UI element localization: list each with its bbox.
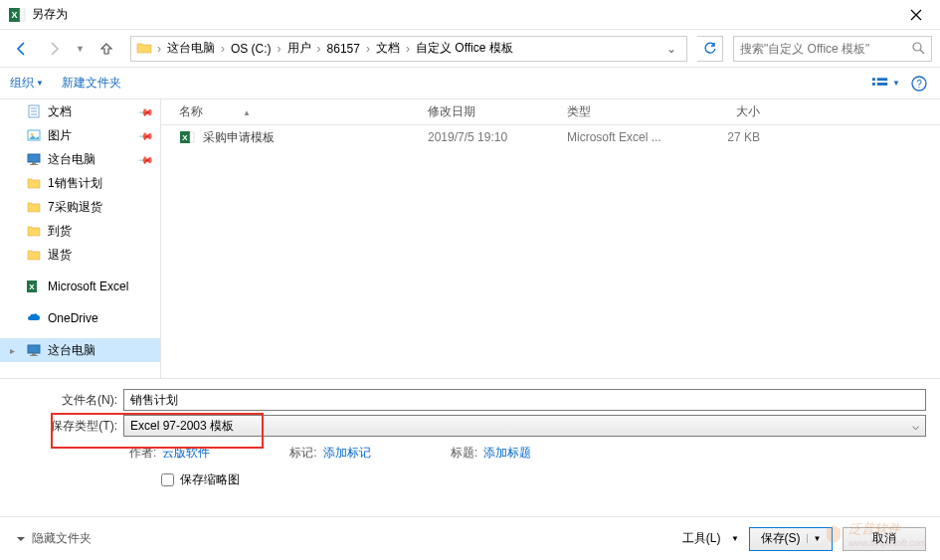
chevron-down-icon: ▼ bbox=[807, 534, 822, 543]
file-type: Microsoft Excel ... bbox=[559, 130, 688, 144]
up-button[interactable] bbox=[93, 35, 120, 63]
column-name[interactable]: 名称▲ bbox=[161, 103, 420, 120]
folder-icon bbox=[26, 175, 42, 191]
file-list: 名称▲ 修改日期 类型 大小 X采购申请模板2019/7/5 19:10Micr… bbox=[161, 99, 940, 378]
breadcrumb-item[interactable]: 文档 bbox=[372, 40, 404, 57]
collapse-icon bbox=[14, 532, 28, 546]
sidebar-item-label: 文档 bbox=[48, 103, 72, 120]
search-box[interactable] bbox=[733, 36, 932, 62]
column-type[interactable]: 类型 bbox=[559, 103, 688, 120]
pin-icon: 📌 bbox=[138, 127, 154, 143]
svg-rect-9 bbox=[877, 78, 887, 81]
savetype-label: 保存类型(T): bbox=[14, 418, 123, 435]
excel-icon: X bbox=[26, 279, 42, 294]
breadcrumb-item[interactable]: 86157 bbox=[323, 42, 364, 56]
filename-label: 文件名(N): bbox=[14, 392, 123, 409]
thumbnail-checkbox[interactable] bbox=[161, 473, 174, 486]
chevron-down-icon: ⌵ bbox=[912, 419, 919, 433]
search-icon bbox=[912, 42, 925, 55]
new-folder-button[interactable]: 新建文件夹 bbox=[62, 75, 121, 92]
sidebar-item[interactable]: 文档📌 bbox=[0, 99, 160, 123]
sidebar-item[interactable]: 退货 bbox=[0, 243, 160, 267]
address-bar[interactable]: › 这台电脑› OS (C:)› 用户› 86157› 文档› 自定义 Offi… bbox=[130, 36, 687, 62]
title-label: 标题: bbox=[451, 445, 477, 462]
pc-icon bbox=[26, 151, 42, 167]
sidebar-item[interactable]: 7采购退货 bbox=[0, 195, 160, 219]
chevron-down-icon: ▼ bbox=[36, 79, 44, 88]
svg-rect-27 bbox=[30, 355, 38, 356]
sidebar-item[interactable]: 到货 bbox=[0, 219, 160, 243]
onedrive-icon bbox=[26, 310, 42, 326]
svg-text:?: ? bbox=[916, 79, 922, 90]
sidebar-item-label: 这台电脑 bbox=[48, 151, 95, 168]
savetype-select[interactable]: Excel 97-2003 模板 ⌵ bbox=[123, 415, 926, 437]
organize-button[interactable]: 组织▼ bbox=[10, 75, 44, 92]
thumbnail-label: 保存缩略图 bbox=[180, 471, 240, 488]
history-dropdown-icon[interactable]: ▼ bbox=[72, 44, 89, 54]
breadcrumb-item[interactable]: 用户 bbox=[283, 40, 315, 57]
file-date: 2019/7/5 19:10 bbox=[420, 130, 559, 144]
sidebar-item[interactable]: ▸这台电脑 bbox=[0, 338, 160, 362]
svg-point-6 bbox=[913, 43, 921, 51]
breadcrumb-item[interactable]: 这台电脑 bbox=[163, 40, 219, 57]
save-button[interactable]: 保存(S)▼ bbox=[749, 527, 833, 551]
svg-rect-11 bbox=[877, 83, 887, 86]
sidebar-item-label: 退货 bbox=[48, 247, 72, 264]
file-size: 27 KB bbox=[688, 130, 768, 144]
folder-icon bbox=[26, 247, 42, 263]
back-button[interactable] bbox=[8, 35, 36, 63]
breadcrumb-sep: › bbox=[155, 42, 163, 56]
tags-value[interactable]: 添加标记 bbox=[323, 445, 371, 462]
sidebar-item[interactable]: XMicrosoft Excel bbox=[0, 275, 160, 298]
pin-icon: 📌 bbox=[138, 151, 154, 167]
file-row[interactable]: X采购申请模板2019/7/5 19:10Microsoft Excel ...… bbox=[161, 125, 940, 149]
svg-text:X: X bbox=[11, 10, 17, 20]
pin-icon: 📌 bbox=[138, 103, 154, 119]
tags-label: 标记: bbox=[289, 445, 316, 462]
folder-icon bbox=[26, 223, 42, 239]
view-mode-button[interactable]: ▼ bbox=[872, 73, 900, 94]
author-label: 作者: bbox=[129, 445, 156, 462]
svg-rect-26 bbox=[32, 353, 36, 355]
title-value[interactable]: 添加标题 bbox=[483, 445, 531, 462]
watermark: 泛普软件www.fanpusoft.com bbox=[823, 520, 926, 548]
svg-line-7 bbox=[920, 50, 924, 54]
pc-icon bbox=[26, 342, 42, 358]
sidebar-item-label: 这台电脑 bbox=[48, 342, 95, 359]
sidebar-item[interactable]: 这台电脑📌 bbox=[0, 147, 160, 171]
refresh-button[interactable] bbox=[697, 36, 723, 62]
help-button[interactable]: ? bbox=[908, 73, 930, 94]
close-button[interactable] bbox=[896, 1, 936, 29]
pic-icon bbox=[26, 127, 42, 143]
sidebar: 文档📌图片📌这台电脑📌1销售计划7采购退货到货退货XMicrosoft Exce… bbox=[0, 99, 161, 378]
forward-button[interactable] bbox=[40, 35, 68, 63]
column-size[interactable]: 大小 bbox=[688, 103, 768, 120]
excel-template-icon: X bbox=[179, 129, 195, 145]
sidebar-item-label: 到货 bbox=[48, 223, 72, 240]
breadcrumb-item[interactable]: OS (C:) bbox=[227, 42, 276, 56]
hide-folders-button[interactable]: 隐藏文件夹 bbox=[14, 530, 92, 547]
sort-asc-icon: ▲ bbox=[243, 108, 251, 117]
author-value[interactable]: 云版软件 bbox=[162, 445, 210, 462]
svg-rect-25 bbox=[28, 345, 40, 353]
sidebar-item[interactable]: OneDrive bbox=[0, 306, 160, 330]
svg-rect-22 bbox=[30, 164, 38, 165]
sidebar-item-label: OneDrive bbox=[48, 311, 98, 325]
svg-rect-8 bbox=[872, 78, 875, 81]
search-input[interactable] bbox=[740, 42, 912, 56]
sidebar-item-label: Microsoft Excel bbox=[48, 280, 128, 293]
sidebar-item-label: 1销售计划 bbox=[48, 175, 102, 192]
column-date[interactable]: 修改日期 bbox=[420, 103, 559, 120]
sidebar-item-label: 7采购退货 bbox=[48, 199, 102, 216]
excel-app-icon: X bbox=[8, 6, 26, 24]
file-name: 采购申请模板 bbox=[203, 129, 275, 146]
filename-input[interactable] bbox=[123, 389, 926, 411]
chevron-right-icon: ▸ bbox=[10, 345, 15, 356]
sidebar-item[interactable]: 图片📌 bbox=[0, 123, 160, 147]
breadcrumb-item[interactable]: 自定义 Office 模板 bbox=[412, 40, 517, 57]
sidebar-item[interactable]: 1销售计划 bbox=[0, 171, 160, 195]
address-dropdown-icon[interactable]: ⌄ bbox=[660, 42, 682, 56]
tools-dropdown[interactable]: 工具(L) ▼ bbox=[682, 530, 739, 547]
svg-text:X: X bbox=[29, 282, 35, 291]
folder-icon bbox=[26, 199, 42, 215]
